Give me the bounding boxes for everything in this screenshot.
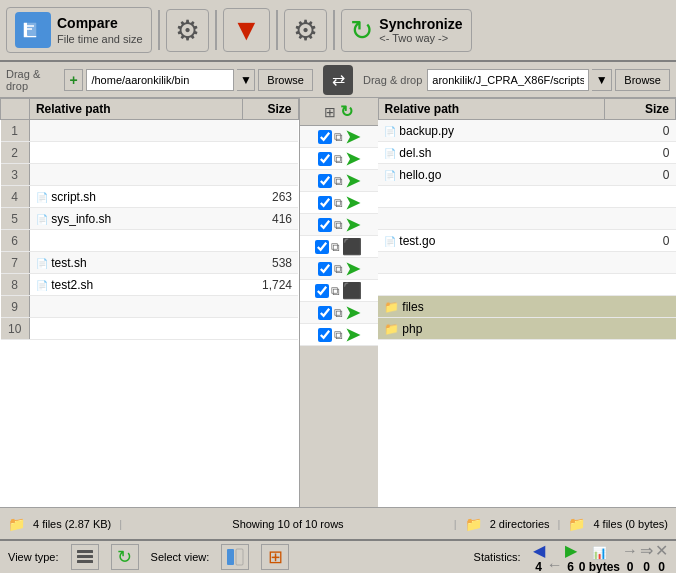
left-path-dropdown[interactable]: ▼	[237, 69, 255, 91]
stats-icons: ◀ 4 ← ▶ 6 📊 0 bytes → 0 ⇒ 0 ✕ 0	[533, 541, 668, 574]
left-browse-button[interactable]: Browse	[258, 69, 313, 91]
row-checkbox[interactable]	[315, 284, 329, 298]
select-view-button1[interactable]	[221, 544, 249, 570]
sync-right-icon[interactable]: ➤	[345, 192, 360, 214]
right-file-name: 📁 php	[378, 318, 604, 340]
right-dir-count: 2 directories	[490, 518, 550, 530]
left-file-size: 1,724	[242, 274, 298, 296]
copy-icon[interactable]: ⧉	[334, 174, 343, 188]
middle-panel: ⊞ ↻ ⧉ ➤ ⧉ ➤ ⧉ ➤ ⧉ ➤ ⧉ ➤ ⧉ ⬛ ⧉ ➤ ⧉ ⬛ ⧉ ➤	[300, 98, 378, 507]
left-table-row: 3	[1, 164, 299, 186]
synchronize-button[interactable]: ↻ Synchronize <- Two way ->	[341, 9, 471, 52]
compare-text: Compare File time and size	[57, 14, 143, 46]
sync-right-icon[interactable]: ➤	[345, 258, 360, 280]
sync-red-icon[interactable]: ⬛	[342, 281, 362, 300]
row-checkbox[interactable]	[318, 152, 332, 166]
middle-row: ⧉ ➤	[300, 214, 378, 236]
row-checkbox[interactable]	[318, 306, 332, 320]
sync-right-icon[interactable]: ➤	[345, 302, 360, 324]
compare-icon	[15, 12, 51, 48]
view-sync-button[interactable]: ↻	[111, 544, 139, 570]
right-browse-button[interactable]: Browse	[615, 69, 670, 91]
sync-right-icon[interactable]: ➤	[345, 324, 360, 346]
left-file-name	[29, 164, 242, 186]
row-checkbox[interactable]	[318, 328, 332, 342]
right-file-size: 0	[604, 230, 675, 252]
stat-col-arrow: ←	[547, 556, 563, 574]
sync-red-icon[interactable]: ⬛	[342, 237, 362, 256]
middle-row: ⧉ ➤	[300, 170, 378, 192]
copy-icon[interactable]: ⧉	[331, 284, 340, 298]
filter-button[interactable]: ▼	[223, 8, 271, 52]
row-checkbox[interactable]	[318, 262, 332, 276]
config-button[interactable]: ⚙	[284, 9, 327, 52]
left-col-size: Size	[242, 99, 298, 120]
row-number: 8	[1, 274, 30, 296]
config-gear-icon: ⚙	[293, 14, 318, 47]
select-view-button2[interactable]: ⊞	[261, 544, 289, 570]
left-file-table: Relative path Size 1 2 3 4 📄 script.sh 2…	[0, 98, 299, 340]
copy-icon[interactable]: ⧉	[334, 328, 343, 342]
copy-icon[interactable]: ⧉	[334, 218, 343, 232]
sync-right-icon[interactable]: ➤	[345, 214, 360, 236]
right-table-row: 📄 del.sh 0	[378, 142, 676, 164]
right-table-row: 📄 hello.go 0	[378, 164, 676, 186]
stat-green-num: 6	[567, 560, 574, 574]
copy-icon[interactable]: ⧉	[334, 152, 343, 166]
stat-n1-icon: →	[622, 542, 638, 560]
sync-right-icon[interactable]: ➤	[345, 170, 360, 192]
middle-row: ⧉ ⬛	[300, 280, 378, 302]
view-list-button[interactable]	[71, 544, 99, 570]
row-number: 3	[1, 164, 30, 186]
stat-n2-num: 0	[643, 560, 650, 574]
main-content: Relative path Size 1 2 3 4 📄 script.sh 2…	[0, 98, 676, 507]
left-table-row: 5 📄 sys_info.sh 416	[1, 208, 299, 230]
sync-right-icon[interactable]: ➤	[345, 148, 360, 170]
bottombar: View type: ↻ Select view: ⊞ Statistics: …	[0, 539, 676, 573]
sync-icon: ↻	[350, 14, 373, 47]
right-table-row: 📁 files	[378, 296, 676, 318]
copy-icon[interactable]: ⧉	[334, 262, 343, 276]
copy-icon[interactable]: ⧉	[331, 240, 340, 254]
left-file-name: 📄 test.sh	[29, 252, 242, 274]
right-path-input[interactable]	[427, 69, 589, 91]
row-checkbox[interactable]	[318, 218, 332, 232]
swap-paths-button[interactable]: ⇄	[323, 65, 353, 95]
row-checkbox[interactable]	[315, 240, 329, 254]
gear-icon: ⚙	[175, 14, 200, 47]
right-col-path: Relative path	[378, 99, 604, 120]
stat-blue-num: 4	[535, 560, 542, 574]
copy-icon[interactable]: ⧉	[334, 306, 343, 320]
middle-row: ⧉ ➤	[300, 126, 378, 148]
copy-icon[interactable]: ⧉	[334, 130, 343, 144]
compare-button[interactable]: Compare File time and size	[6, 7, 152, 53]
right-file-table: Relative path Size 📄 backup.py 0 📄 del.s…	[378, 98, 677, 340]
row-checkbox[interactable]	[318, 196, 332, 210]
right-file-name	[378, 274, 604, 296]
row-checkbox[interactable]	[318, 174, 332, 188]
left-file-size: 538	[242, 252, 298, 274]
showing-rows: Showing 10 of 10 rows	[130, 518, 446, 530]
left-path-input[interactable]	[86, 69, 234, 91]
left-table-row: 7 📄 test.sh 538	[1, 252, 299, 274]
sync-right-icon[interactable]: ➤	[345, 126, 360, 148]
row-number: 6	[1, 230, 30, 252]
left-file-size: 263	[242, 186, 298, 208]
right-file-name: 📄 backup.py	[378, 120, 604, 142]
row-number: 1	[1, 120, 30, 142]
folder-icon-left: 📁	[8, 516, 25, 532]
middle-row: ⧉ ➤	[300, 192, 378, 214]
stat-col-blue: ◀ 4	[533, 541, 545, 574]
left-table-row: 10	[1, 318, 299, 340]
left-add-path-button[interactable]: +	[64, 69, 84, 91]
copy-icon[interactable]: ⧉	[334, 196, 343, 210]
right-table-row: 📄 test.go 0	[378, 230, 676, 252]
right-drag-drop-label: Drag & drop	[363, 74, 422, 86]
settings-button[interactable]: ⚙	[166, 9, 209, 52]
right-table-row	[378, 208, 676, 230]
divider-4	[333, 10, 335, 50]
right-path-dropdown[interactable]: ▼	[592, 69, 612, 91]
left-table-row: 9	[1, 296, 299, 318]
row-checkbox[interactable]	[318, 130, 332, 144]
stat-col-n2: ⇒ 0	[640, 541, 653, 574]
